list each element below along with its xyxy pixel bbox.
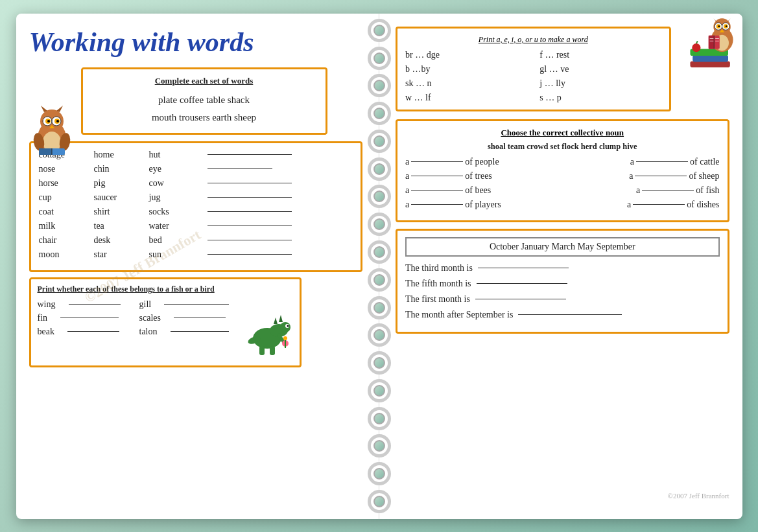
word-cell: hut	[149, 150, 204, 160]
answer-blank[interactable]	[518, 314, 622, 315]
print-vowels-title: Print a, e, i, o, or u to make a word	[405, 35, 661, 45]
left-page: Working with words Complete each set of …	[16, 14, 380, 519]
answer-blank[interactable]	[475, 299, 566, 299]
spiral-ring	[368, 490, 391, 513]
spiral-ring	[368, 47, 391, 70]
spiral-ring	[368, 268, 391, 292]
svg-point-44	[718, 25, 720, 27]
word-cell: shirt	[94, 207, 149, 217]
answer-blank[interactable]	[69, 304, 121, 305]
answer-blank[interactable]	[60, 318, 119, 318]
spiral-ring	[368, 130, 391, 153]
list-item: a of players a of dishes	[405, 200, 720, 210]
answer-blank[interactable]	[207, 211, 292, 212]
word-grid-box: cottage home hut nose chin eye horse pig…	[29, 141, 363, 272]
spiral-ring	[368, 157, 391, 181]
answer-blank[interactable]	[636, 161, 688, 162]
answer-blank[interactable]	[207, 183, 292, 183]
spiral-binding	[363, 14, 396, 519]
word-cell: water	[149, 221, 204, 231]
list-item: a of bees a of fish	[405, 185, 720, 196]
spiral-ring	[368, 379, 391, 402]
answer-blank[interactable]	[207, 254, 292, 255]
svg-point-19	[280, 322, 290, 332]
spiral-ring	[368, 213, 391, 236]
answer-blank[interactable]	[207, 226, 292, 226]
answer-blank[interactable]	[411, 204, 463, 205]
answer-blank[interactable]	[411, 190, 463, 191]
word-cell: home	[94, 150, 149, 160]
table-row: chair desk bed	[39, 235, 353, 246]
answer-blank[interactable]	[411, 176, 463, 176]
word-cell: pig	[94, 178, 149, 189]
svg-point-34	[692, 43, 700, 52]
complete-words-title: Complete each set of words	[91, 76, 318, 86]
list-item: The third month is	[405, 263, 720, 273]
svg-rect-15	[39, 148, 52, 155]
answer-blank[interactable]	[207, 168, 272, 169]
spiral-ring	[368, 407, 391, 430]
noun-item: a of dishes	[627, 200, 719, 210]
svg-rect-49	[708, 35, 714, 49]
word-cell: moon	[39, 249, 94, 260]
answer-blank[interactable]	[67, 331, 119, 332]
word-cell: chair	[39, 235, 94, 246]
owl-reading-illustration	[684, 17, 736, 69]
answer-blank[interactable]	[164, 304, 229, 305]
list-item: a of trees a of sheep	[405, 171, 720, 181]
svg-point-8	[47, 120, 50, 122]
dinosaur-illustration	[241, 299, 293, 360]
answer-blank[interactable]	[207, 154, 292, 155]
spiral-ring	[368, 74, 391, 97]
collective-noun-title: Choose the correct collective noun	[405, 128, 720, 138]
word-cell: horse	[39, 178, 94, 189]
list-item: w … lf	[405, 93, 527, 103]
answer-blank[interactable]	[171, 331, 229, 332]
answer-blank[interactable]	[174, 318, 226, 318]
svg-marker-3	[56, 106, 63, 112]
word-cell: bed	[149, 235, 204, 246]
word-cell: milk	[39, 221, 94, 231]
collective-noun-box: Choose the correct collective noun shoal…	[396, 119, 729, 222]
list-item: gill	[139, 299, 236, 310]
table-row: moon star sun	[39, 249, 353, 260]
svg-marker-23	[279, 315, 283, 322]
word-cell: eye	[149, 164, 204, 174]
word-cell: cup	[39, 192, 94, 203]
answer-blank[interactable]	[633, 204, 685, 205]
noun-item: a of bees	[405, 185, 491, 196]
answer-blank[interactable]	[207, 240, 292, 240]
answer-blank[interactable]	[478, 268, 569, 268]
noun-item: a of cattle	[630, 157, 720, 167]
word-sets-line2: mouth trousers earth sheep	[91, 109, 318, 126]
fish-bird-box: Print whether each of these belongs to a…	[29, 277, 302, 367]
word-cell: cow	[149, 178, 204, 189]
collective-words: shoal team crowd set flock herd clump hi…	[405, 142, 720, 152]
word-cell: sun	[149, 249, 204, 260]
word-cell: coat	[39, 207, 94, 217]
list-item: scales	[139, 313, 236, 323]
copyright-text: ©2007 Jeff Brannfort	[668, 492, 729, 500]
svg-marker-22	[274, 318, 278, 324]
answer-blank[interactable]	[635, 176, 687, 176]
svg-rect-24	[259, 346, 265, 355]
answer-blank[interactable]	[411, 161, 463, 162]
answer-blank[interactable]	[207, 197, 292, 198]
notebook: Working with words Complete each set of …	[16, 14, 742, 519]
list-item: wing	[38, 299, 134, 310]
word-sets-line1: plate coffee table shack	[91, 91, 318, 109]
months-header: October January March May September	[405, 237, 720, 257]
svg-marker-2	[41, 106, 47, 112]
spiral-ring	[368, 296, 391, 319]
word-cell: desk	[94, 235, 149, 246]
table-row: cup saucer jug	[39, 192, 353, 203]
list-item: sk … n	[405, 78, 527, 89]
word-cell: saucer	[94, 192, 149, 203]
answer-blank[interactable]	[477, 283, 567, 284]
svg-point-9	[56, 120, 59, 122]
list-item: beak	[38, 327, 134, 337]
svg-point-29	[283, 336, 287, 340]
answer-blank[interactable]	[642, 190, 694, 191]
list-item: b …by	[405, 64, 527, 75]
fish-bird-title: Print whether each of these belongs to a…	[38, 284, 293, 294]
